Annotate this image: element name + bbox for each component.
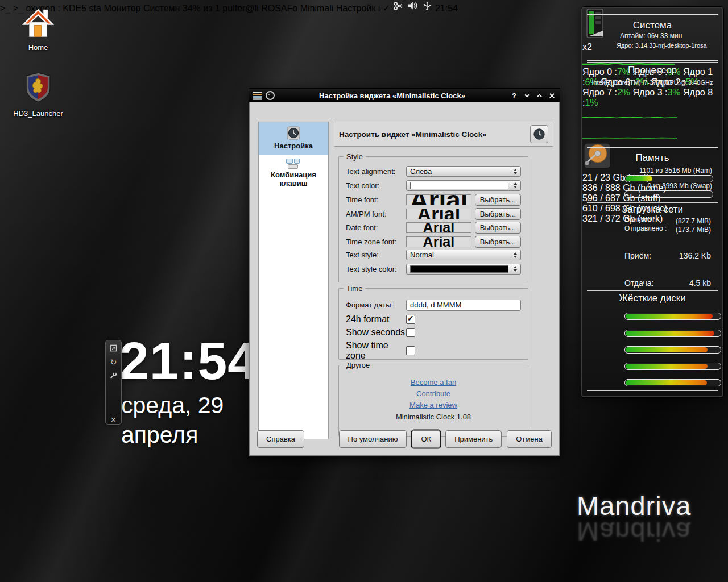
color-swatch xyxy=(410,265,508,273)
combo-value: Слева xyxy=(410,167,432,176)
taskbar-task-rosa[interactable]: ROSAFo xyxy=(261,3,300,13)
widget-handle-toolbar[interactable]: ↻ × xyxy=(105,340,122,425)
system-monitor-widget: Система Аптайм: 06ч 33 мин Ядро: 3.14.33… xyxy=(581,7,723,397)
help-titlebar-button[interactable]: ? xyxy=(510,90,519,101)
received-value: (827.7 MiB) xyxy=(676,217,711,225)
make-a-review-link[interactable]: Make a review xyxy=(410,401,457,409)
cpu-model-text: Intel(R) Core(TM) i7-3770 CPU @ 3.40GHz xyxy=(582,79,722,86)
task-label: ROSAFo xyxy=(261,3,297,13)
task-label: 34% из 1 xyxy=(183,3,220,13)
choose-timezone-font-button[interactable]: Выбрать... xyxy=(475,236,521,248)
rx-rate-value: 136.2 Kb xyxy=(679,251,711,260)
taskbar-task-settings[interactable]: Настройк xyxy=(336,3,378,13)
text-style-color-label: Text style color: xyxy=(346,265,406,273)
sent-value: (173.7 MiB) xyxy=(676,226,711,234)
widget-version-text: Minimalistic Clock 1.08 xyxy=(339,413,528,421)
configure-wrench-icon[interactable] xyxy=(109,372,118,380)
choose-date-font-button[interactable]: Выбрать... xyxy=(475,222,521,234)
text-alignment-combo[interactable]: Слева xyxy=(406,166,521,177)
category-label: Настройка xyxy=(274,142,313,150)
dialog-title: Настройка виджета «Minimalistic Clock» xyxy=(278,92,506,100)
swap-usage-text: 0 из 3993 Mb (Swap) xyxy=(647,182,712,190)
task-label: Настройк xyxy=(336,3,376,13)
separator xyxy=(587,389,718,391)
24h-format-label: 24h format xyxy=(346,314,406,325)
date-format-input[interactable]: dddd, d MMMM xyxy=(406,300,521,311)
close-widget-icon[interactable]: × xyxy=(109,415,118,424)
sent-label: Отправлено : xyxy=(624,225,667,232)
widget-clock-icon-button[interactable] xyxy=(530,125,548,143)
other-groupbox: Другое Become a fan Contribute Make a re… xyxy=(338,365,528,436)
separator xyxy=(587,289,718,291)
task-label: Minimali xyxy=(300,3,334,13)
maximize-button[interactable] xyxy=(535,90,544,101)
desktop-icon-hd3-launcher[interactable]: HD3_Launcher xyxy=(7,70,69,118)
taskbar-task-monitor[interactable]: Монитор xyxy=(104,3,143,13)
usb-device-notifier-icon[interactable] xyxy=(421,3,435,13)
tray-clock[interactable]: 21:54 xyxy=(435,3,458,13)
minimize-button[interactable] xyxy=(522,90,531,101)
memory-section-title: Память xyxy=(582,152,722,164)
taskbar-task-minimalistic[interactable]: Minimali xyxy=(300,3,336,13)
ok-button[interactable]: ОК xyxy=(412,430,440,448)
upload-graph xyxy=(582,124,677,140)
dialog-titlebar[interactable]: Настройка виджета «Minimalistic Clock» ? xyxy=(249,89,560,102)
date-format-label: Формат даты: xyxy=(346,301,406,309)
text-style-color-combo[interactable] xyxy=(406,264,521,275)
defaults-button[interactable]: По умолчанию xyxy=(339,430,407,448)
download-graph xyxy=(582,108,677,124)
choose-ampm-font-button[interactable]: Выбрать... xyxy=(475,208,521,220)
clock-settings-dialog: Настройка виджета «Minimalistic Clock» ?… xyxy=(249,88,560,456)
close-button[interactable] xyxy=(547,90,556,101)
text-alignment-label: Text alignment: xyxy=(346,167,406,176)
notifications-info-icon[interactable]: i xyxy=(378,3,380,13)
network-section-title: Загрузка сети xyxy=(582,204,722,215)
text-color-combo[interactable] xyxy=(406,180,521,191)
rx-rate-label: Приём: xyxy=(624,251,651,260)
show-seconds-checkbox[interactable] xyxy=(406,328,415,337)
text-color-label: Text color: xyxy=(346,181,406,190)
tx-rate-label: Отдача: xyxy=(624,278,653,288)
desktop-clock-date-line2: апреля xyxy=(121,422,198,448)
help-button[interactable]: Справка xyxy=(257,430,304,448)
desktop-icon-home[interactable]: Home xyxy=(7,5,69,52)
separator xyxy=(587,60,718,63)
volume-icon[interactable] xyxy=(406,3,421,13)
received-label: Принято : xyxy=(624,216,655,224)
skype-icon[interactable]: ✓ xyxy=(383,3,390,13)
other-legend: Другое xyxy=(344,361,373,369)
taskbar-task-system[interactable]: Системн xyxy=(143,3,183,13)
uptime-text: Аптайм: 06ч 33 мин xyxy=(620,32,682,40)
dialog-button-row: Справка По умолчанию ОК Применить Отмена xyxy=(257,430,552,448)
shield-icon xyxy=(23,70,53,106)
cancel-button[interactable]: Отмена xyxy=(507,430,552,448)
choose-time-font-button[interactable]: Выбрать... xyxy=(475,194,521,206)
category-shortcuts[interactable]: Комбинация клавиш xyxy=(259,155,328,192)
style-legend: Style xyxy=(344,152,366,161)
disk-music-bar xyxy=(624,363,721,370)
date-format-value: dddd, d MMMM xyxy=(410,301,461,309)
become-a-fan-link[interactable]: Become a fan xyxy=(411,378,456,386)
time-font-preview: Arial xyxy=(406,194,471,205)
clock-icon xyxy=(533,128,545,140)
spinner-arrows-icon xyxy=(511,250,519,260)
task-label: Монитор xyxy=(104,3,140,13)
resize-icon[interactable] xyxy=(109,344,118,353)
keep-above-icon[interactable] xyxy=(266,91,275,100)
date-font-label: Date font: xyxy=(346,223,406,232)
separator xyxy=(587,14,718,16)
text-style-combo[interactable]: Normal xyxy=(406,250,521,260)
text-style-label: Text style: xyxy=(346,251,406,259)
taskbar-task-download[interactable]: 34% из 1 xyxy=(183,3,223,13)
timezone-font-label: Time zone font: xyxy=(346,238,406,246)
taskbar-task-pulfer[interactable]: pulfer@li xyxy=(222,3,261,13)
ampm-font-label: AM/PM font: xyxy=(346,210,406,218)
contribute-link[interactable]: Contribute xyxy=(416,389,450,398)
show-timezone-checkbox[interactable] xyxy=(406,346,415,355)
category-settings[interactable]: Настройка xyxy=(259,122,328,155)
rotate-icon[interactable]: ↻ xyxy=(109,358,118,367)
klipper-scissors-icon[interactable] xyxy=(393,3,406,13)
apply-button[interactable]: Применить xyxy=(445,430,502,448)
desktop-icon-label: Home xyxy=(7,43,69,52)
24h-format-checkbox[interactable] xyxy=(406,315,415,324)
